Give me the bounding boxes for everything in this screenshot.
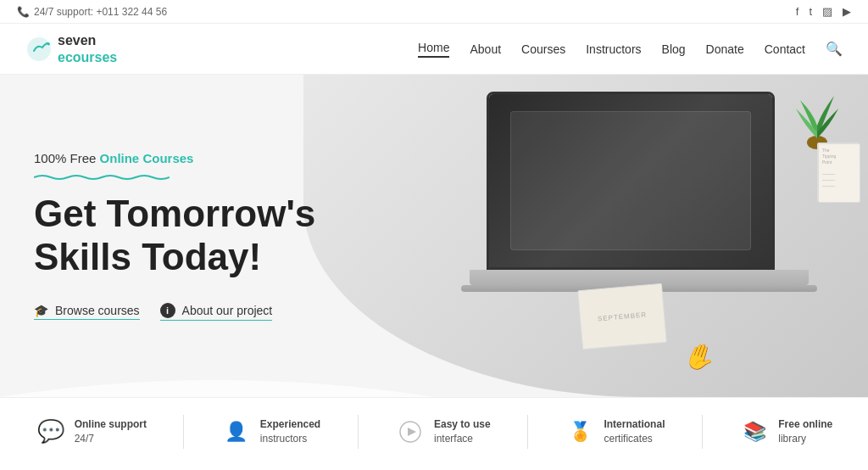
feature-library-text: Free online library [778, 417, 832, 446]
feature-online-support-text: Online support 24/7 [75, 417, 147, 446]
support-text: 24/7 support: +011 322 44 56 [34, 6, 167, 18]
plant-icon [792, 83, 843, 151]
nav-donate[interactable]: Donate [706, 42, 744, 56]
hero-title-line1: Get Tomorrow's [34, 193, 315, 234]
mortarboard-icon: 🎓 [34, 304, 48, 317]
nav-home[interactable]: Home [418, 41, 449, 58]
instagram-icon[interactable]: ▨ [822, 5, 832, 18]
feature-interface: Easy to use interface [395, 417, 491, 447]
instructor-icon: 👤 [221, 417, 252, 447]
feature-library: 📚 Free online library [739, 417, 832, 447]
logo-ecourses: ecourses [58, 49, 117, 65]
browse-courses-label: Browse courses [55, 304, 140, 317]
hero-title: Get Tomorrow's Skills Today! [34, 193, 315, 278]
about-project-button[interactable]: i About our project [160, 303, 273, 321]
feature-instructors: 👤 Experienced instructors [221, 417, 320, 447]
screen-inner [489, 94, 772, 267]
svg-point-0 [27, 37, 51, 61]
wavy-underline [34, 174, 170, 181]
logo[interactable]: seven ecourses [25, 32, 117, 64]
phone-icon: 📞 [17, 6, 30, 18]
facebook-icon[interactable]: f [796, 5, 799, 18]
screen-content [510, 111, 751, 249]
laptop-body [470, 270, 809, 285]
feature-interface-label: Easy to use [434, 417, 491, 432]
logo-seven: seven [58, 32, 117, 48]
plant-decoration [792, 83, 843, 151]
logo-text: seven ecourses [58, 32, 117, 64]
feature-instructors-label: Experienced [260, 417, 320, 432]
hero-title-line2: Skills Today! [34, 236, 261, 277]
nav-about[interactable]: About [470, 42, 501, 56]
play-icon [395, 417, 426, 447]
feature-library-sub: library [778, 432, 832, 446]
info-icon: i [160, 303, 175, 318]
notebook-decoration: SEPTEMBER [577, 283, 667, 350]
feature-library-label: Free online [778, 417, 832, 432]
search-icon[interactable]: 🔍 [826, 41, 843, 57]
feature-interface-text: Easy to use interface [434, 417, 491, 446]
main-nav: Home About Courses Instructors Blog Dona… [418, 41, 843, 58]
feature-interface-sub: interface [434, 432, 491, 446]
nav-blog[interactable]: Blog [662, 42, 686, 56]
header: seven ecourses Home About Courses Instru… [0, 24, 868, 75]
feature-certificates-label: International [604, 417, 665, 432]
hero-subtitle: 100% Free Online Courses [34, 151, 315, 165]
features-bar: 💬 Online support 24/7 👤 Experienced inst… [0, 397, 868, 465]
divider-4 [702, 415, 703, 449]
browse-courses-button[interactable]: 🎓 Browse courses [34, 304, 140, 320]
support-info: 📞 24/7 support: +011 322 44 56 [17, 6, 167, 18]
play-circle-icon [398, 420, 422, 444]
social-links[interactable]: f t ▨ ▶ [796, 5, 851, 18]
certificate-icon: 🏅 [565, 417, 595, 447]
library-icon: 📚 [739, 417, 770, 447]
nav-contact[interactable]: Contact [765, 42, 805, 56]
divider-3 [527, 415, 528, 449]
twitter-icon[interactable]: t [809, 5, 812, 18]
subtitle-plain: 100% Free [34, 151, 100, 165]
hero-section: SEPTEMBER TheTippingPoint――――――――― ✋ 100… [0, 75, 868, 397]
feature-online-support-label: Online support [75, 417, 147, 432]
book-decoration: TheTippingPoint――――――――― [817, 143, 860, 202]
logo-icon [25, 36, 53, 63]
svg-marker-4 [408, 428, 416, 436]
youtube-icon[interactable]: ▶ [843, 5, 851, 18]
feature-certificates: 🏅 International certificates [565, 417, 665, 447]
divider-2 [358, 415, 359, 449]
nav-courses[interactable]: Courses [521, 42, 565, 56]
feature-online-support-sub: 24/7 [75, 432, 147, 446]
feature-certificates-sub: certificates [604, 432, 665, 446]
laptop-screen [487, 92, 775, 270]
notebook-text: SEPTEMBER [598, 311, 648, 322]
chat-icon: 💬 [36, 417, 66, 447]
feature-instructors-text: Experienced instructors [260, 417, 320, 446]
subtitle-highlight: Online Courses [100, 151, 194, 165]
hero-content: 100% Free Online Courses Get Tomorrow's … [0, 117, 349, 354]
feature-online-support: 💬 Online support 24/7 [36, 417, 147, 447]
divider-1 [183, 415, 184, 449]
feature-certificates-text: International certificates [604, 417, 665, 446]
nav-instructors[interactable]: Instructors [586, 42, 641, 56]
about-project-label: About our project [182, 304, 273, 317]
top-bar: 📞 24/7 support: +011 322 44 56 f t ▨ ▶ [0, 0, 868, 24]
hero-wave [0, 363, 868, 397]
hero-buttons: 🎓 Browse courses i About our project [34, 303, 315, 321]
feature-instructors-sub: instructors [260, 432, 320, 446]
